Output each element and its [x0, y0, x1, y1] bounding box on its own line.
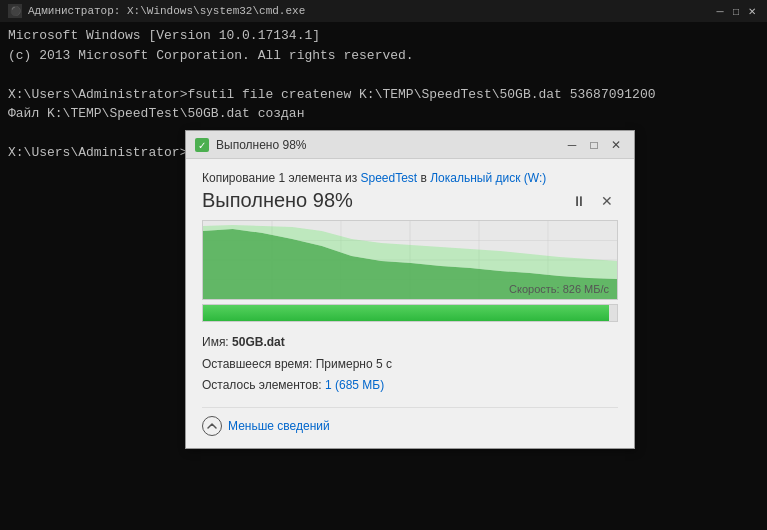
time-label: Оставшееся время: — [202, 357, 312, 371]
cmd-titlebar-controls: ─ □ ✕ — [713, 4, 759, 18]
speed-label: Скорость: 826 МБ/с — [509, 283, 609, 295]
cmd-line-4: X:\Users\Administrator>fsutil file creat… — [8, 85, 759, 105]
cmd-line-3 — [8, 65, 759, 85]
file-info: Имя: 50GB.dat Оставшееся время: Примерно… — [202, 332, 618, 397]
progress-bar-container — [202, 304, 618, 322]
filename-label: Имя: — [202, 335, 229, 349]
dialog-icon: ✓ — [194, 137, 210, 153]
copy-dialog: ✓ Выполнено 98% ─ □ ✕ Копирование 1 элем… — [185, 130, 635, 449]
copy-header: Копирование 1 элемента из SpeedTest в Ло… — [202, 171, 618, 185]
cmd-titlebar: ⚫ Администратор: X:\Windows\system32\cmd… — [0, 0, 767, 22]
speed-chart: Скорость: 826 МБ/с — [202, 220, 618, 300]
pause-button[interactable]: ⏸ — [568, 190, 590, 212]
cmd-minimize-button[interactable]: ─ — [713, 4, 727, 18]
cmd-line-5: Файл K:\TEMP\SpeedTest\50GB.dat создан — [8, 104, 759, 124]
less-details-row[interactable]: Меньше сведений — [202, 407, 618, 436]
dest-link[interactable]: Локальный диск (W:) — [430, 171, 546, 185]
cmd-close-button[interactable]: ✕ — [745, 4, 759, 18]
dialog-close-button[interactable]: ✕ — [606, 135, 626, 155]
dialog-minimize-button[interactable]: ─ — [562, 135, 582, 155]
less-details-icon — [202, 416, 222, 436]
copy-actions: ⏸ ✕ — [568, 190, 618, 212]
dialog-titlebar: ✓ Выполнено 98% ─ □ ✕ — [186, 131, 634, 159]
time-row: Оставшееся время: Примерно 5 с — [202, 354, 618, 376]
dialog-maximize-button[interactable]: □ — [584, 135, 604, 155]
chevron-up-icon — [205, 419, 219, 433]
source-link[interactable]: SpeedTest — [360, 171, 417, 185]
dialog-content: Копирование 1 элемента из SpeedTest в Ло… — [186, 159, 634, 448]
items-label: Осталось элементов: — [202, 378, 322, 392]
filename-row: Имя: 50GB.dat — [202, 332, 618, 354]
filename-value: 50GB.dat — [232, 335, 285, 349]
progress-bar-fill — [203, 305, 609, 321]
cmd-title: Администратор: X:\Windows\system32\cmd.e… — [28, 5, 305, 17]
cmd-maximize-button[interactable]: □ — [729, 4, 743, 18]
time-value-text: Примерно 5 с — [316, 357, 392, 371]
svg-text:✓: ✓ — [198, 140, 206, 151]
cmd-line-1: Microsoft Windows [Version 10.0.17134.1] — [8, 26, 759, 46]
cmd-icon: ⚫ — [8, 4, 22, 18]
cmd-window: ⚫ Администратор: X:\Windows\system32\cmd… — [0, 0, 767, 530]
cancel-button[interactable]: ✕ — [596, 190, 618, 212]
items-row: Осталось элементов: 1 (685 МБ) — [202, 375, 618, 397]
dialog-titlebar-left: ✓ Выполнено 98% — [194, 137, 307, 153]
dialog-titlebar-controls: ─ □ ✕ — [562, 135, 626, 155]
less-details-text: Меньше сведений — [228, 419, 330, 433]
cmd-titlebar-left: ⚫ Администратор: X:\Windows\system32\cmd… — [8, 4, 305, 18]
cmd-line-2: (c) 2013 Microsoft Corporation. All righ… — [8, 46, 759, 66]
items-value-text: 1 (685 МБ) — [325, 378, 384, 392]
dialog-title: Выполнено 98% — [216, 138, 307, 152]
copy-status-text: Выполнено 98% — [202, 189, 353, 212]
copy-status-row: Выполнено 98% ⏸ ✕ — [202, 189, 618, 212]
